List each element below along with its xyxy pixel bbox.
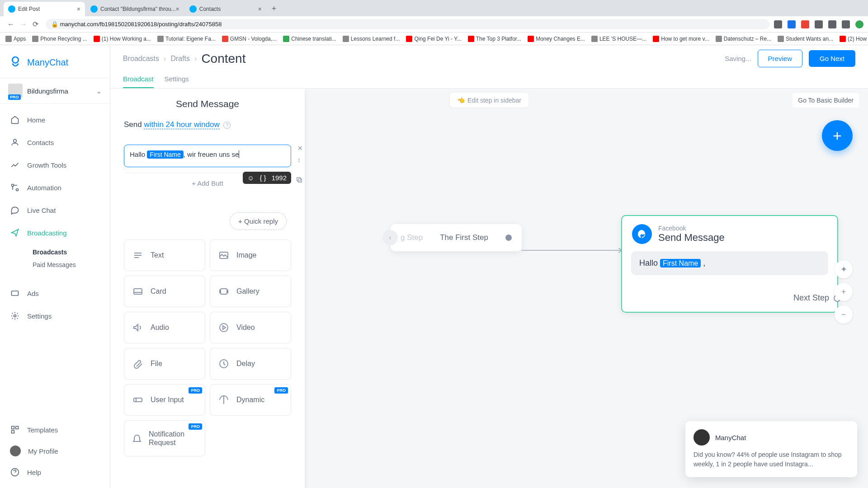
- ext-icon[interactable]: [788, 20, 796, 28]
- bookmark[interactable]: (1) How Working a...: [94, 36, 151, 42]
- collapse-icon[interactable]: ‹: [382, 230, 398, 245]
- flow-node-send-message[interactable]: Facebook Send Message Hallo First Name ,…: [621, 215, 838, 313]
- close-icon[interactable]: ✕: [297, 145, 303, 152]
- bm-icon: [343, 36, 349, 42]
- new-tab-button[interactable]: +: [267, 1, 281, 16]
- help-icon: [10, 467, 20, 477]
- url-input[interactable]: 🔒 manychat.com/fb1981502081920618/postin…: [46, 19, 769, 29]
- close-icon[interactable]: ×: [176, 5, 179, 13]
- go-next-button[interactable]: Go Next: [809, 50, 855, 67]
- sidebar-item-growth[interactable]: Growth Tools: [0, 154, 110, 176]
- tab-settings[interactable]: Settings: [165, 70, 189, 88]
- close-icon[interactable]: ×: [258, 5, 262, 13]
- edit-sidebar-toast[interactable]: 👈Edit step in sidebar: [450, 93, 528, 108]
- bookmark[interactable]: Chinese translati...: [283, 36, 336, 42]
- ext-icon[interactable]: [815, 20, 823, 28]
- sidebar-item-templates[interactable]: Templates: [0, 419, 110, 440]
- bookmark[interactable]: GMSN - Vologda,...: [222, 36, 277, 42]
- preview-button[interactable]: Preview: [758, 50, 802, 67]
- reload-icon[interactable]: ⟳: [33, 20, 38, 28]
- tab-edit-post[interactable]: Edit Post×: [4, 2, 85, 16]
- crumb-broadcasts[interactable]: Broadcasts: [123, 55, 159, 63]
- bookmark[interactable]: Datenschutz – Re...: [716, 36, 771, 42]
- svg-rect-7: [16, 427, 19, 429]
- delay-icon: [217, 357, 230, 370]
- variable-icon[interactable]: { }: [259, 174, 266, 182]
- block-card[interactable]: Card: [124, 276, 205, 307]
- bookmark[interactable]: Phone Recycling ...: [32, 36, 87, 42]
- bm-icon: [406, 36, 412, 42]
- svg-rect-18: [221, 289, 227, 294]
- bookmark[interactable]: (2) How To Add A...: [840, 36, 868, 42]
- magic-tool[interactable]: ✦: [835, 260, 853, 278]
- block-delay[interactable]: Delay: [210, 348, 291, 380]
- bookmark[interactable]: The Top 3 Platfor...: [468, 36, 522, 42]
- bookmark[interactable]: Student Wants an...: [778, 36, 833, 42]
- tab-contact[interactable]: Contact "Bildungsfirma" throu...×: [86, 2, 184, 16]
- workspace-selector[interactable]: PRO Bildungsfirma ⌄: [0, 78, 110, 104]
- block-dynamic[interactable]: PRODynamic: [210, 384, 291, 416]
- dynamic-icon: [217, 394, 230, 406]
- sidebar-sub-broadcasts[interactable]: Broadcasts: [0, 244, 110, 258]
- block-user-input[interactable]: PROUser Input: [124, 384, 205, 416]
- sidebar-item-ads[interactable]: Ads: [0, 282, 110, 305]
- block-gallery[interactable]: Gallery: [210, 276, 291, 307]
- ext-icon[interactable]: [774, 20, 782, 28]
- block-image[interactable]: Image: [210, 239, 291, 271]
- profile-icon[interactable]: [855, 20, 863, 28]
- close-icon[interactable]: ×: [77, 5, 80, 13]
- duplicate-icon[interactable]: [296, 176, 303, 183]
- ext-icon[interactable]: [842, 20, 850, 28]
- sidebar-item-contacts[interactable]: Contacts: [0, 131, 110, 154]
- bookmark[interactable]: Money Changes E...: [528, 36, 585, 42]
- sidebar-item-automation[interactable]: Automation: [0, 176, 110, 199]
- sidebar-item-settings[interactable]: Settings: [0, 305, 110, 327]
- block-audio[interactable]: Audio: [124, 312, 205, 343]
- tab-contacts[interactable]: Contacts×: [185, 2, 266, 16]
- bookmark[interactable]: Qing Fei De Yi - Y...: [406, 36, 461, 42]
- add-step-fab[interactable]: +: [822, 120, 853, 151]
- bookmark[interactable]: How to get more v...: [653, 36, 709, 42]
- tab-broadcast[interactable]: Broadcast: [123, 70, 154, 88]
- variable-chip[interactable]: First Name: [147, 150, 183, 159]
- bookmark[interactable]: Tutorial: Eigene Fa...: [157, 36, 216, 42]
- message-text-input[interactable]: Hallo First Name, wir freuen uns se: [124, 145, 291, 167]
- gallery-icon: [217, 285, 230, 298]
- svg-rect-23: [134, 398, 142, 402]
- block-text[interactable]: Text: [124, 239, 205, 271]
- zoom-in-button[interactable]: +: [835, 283, 853, 301]
- back-icon[interactable]: ←: [7, 20, 14, 28]
- basic-builder-link[interactable]: Go To Basic Builder: [793, 93, 859, 108]
- contacts-icon: [10, 137, 20, 147]
- emoji-icon[interactable]: ☺: [247, 174, 254, 182]
- ext-icon[interactable]: [801, 20, 809, 28]
- block-notification[interactable]: PRONotification Request: [124, 420, 205, 456]
- sidebar-item-livechat[interactable]: Live Chat: [0, 199, 110, 221]
- sidebar-item-home[interactable]: Home: [0, 108, 110, 131]
- info-icon[interactable]: ?: [223, 122, 231, 129]
- sidebar-item-profile[interactable]: My Profile: [0, 440, 110, 462]
- bookmark[interactable]: LEE 'S HOUSE—...: [591, 36, 646, 42]
- send-window-setting[interactable]: Send within 24 hour window ?: [124, 115, 291, 141]
- output-port[interactable]: [505, 235, 512, 241]
- forward-icon[interactable]: →: [20, 20, 27, 28]
- ext-icon[interactable]: [828, 20, 836, 28]
- sidebar-sub-paid[interactable]: Paid Messages: [0, 258, 110, 273]
- sidebar-item-help[interactable]: Help: [0, 462, 110, 483]
- zoom-out-button[interactable]: −: [835, 305, 853, 324]
- block-file[interactable]: File: [124, 348, 205, 380]
- sidebar-item-broadcasting[interactable]: Broadcasting: [0, 221, 110, 244]
- crumb-drafts[interactable]: Drafts: [170, 55, 190, 63]
- bookmark[interactable]: Lessons Learned f...: [343, 36, 400, 42]
- logo[interactable]: ManyChat: [0, 45, 110, 78]
- quick-reply-button[interactable]: + Quick reply: [230, 212, 287, 230]
- flow-canvas[interactable]: 👈Edit step in sidebar Go To Basic Builde…: [110, 89, 868, 488]
- help-widget[interactable]: ManyChat Did you know? 44% of people use…: [685, 421, 857, 477]
- ads-icon: [10, 288, 20, 298]
- resize-icon[interactable]: ↕: [297, 156, 303, 164]
- block-video[interactable]: Video: [210, 312, 291, 343]
- flow-node-start[interactable]: ‹ g Step The First Step: [391, 224, 522, 251]
- svg-rect-16: [134, 289, 142, 294]
- workspace-avatar: PRO: [8, 84, 23, 98]
- bookmark[interactable]: Apps: [5, 36, 26, 42]
